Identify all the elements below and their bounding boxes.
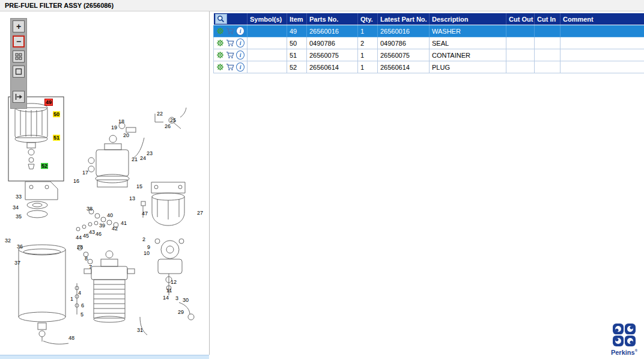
cell-latest-part-no: 26560614: [378, 61, 430, 73]
diagram-callout-2: 2: [142, 236, 146, 242]
info-icon[interactable]: i: [236, 38, 245, 48]
cell-cut-in: [535, 25, 560, 37]
panel-divider: [209, 11, 210, 355]
diagram-callout-7: 7: [88, 264, 93, 270]
parts-table: Symbol(s)ItemParts No.Qty.Latest Part No…: [213, 13, 644, 73]
cell-cut-out: [506, 25, 535, 37]
column-header-qty[interactable]: Qty.: [358, 13, 378, 25]
column-header-parts-no[interactable]: Parts No.: [307, 13, 358, 25]
gear-icon[interactable]: [216, 27, 224, 35]
diagram-callout-39: 39: [99, 222, 106, 229]
column-header-cut-out[interactable]: Cut Out: [506, 13, 535, 25]
cell-item: 49: [287, 25, 307, 37]
cell-qty: 1: [358, 49, 378, 61]
diagram-callout-4: 4: [77, 290, 82, 296]
cell-cut-out: [506, 49, 535, 61]
diagram-callout-26: 26: [164, 123, 171, 129]
diagram-callout-41: 41: [120, 220, 127, 226]
zoom-out-button[interactable]: −: [13, 35, 25, 48]
zoom-in-button[interactable]: +: [13, 20, 25, 32]
perkins-logo-text: Perkins®: [609, 349, 639, 356]
diagram-callout-33: 33: [15, 194, 22, 200]
table-row[interactable]: i5226560614126560614PLUG: [214, 61, 644, 73]
diagram-callout-14: 14: [162, 295, 169, 301]
cart-icon[interactable]: [226, 63, 234, 72]
gear-icon[interactable]: [216, 39, 224, 48]
diagram-callout-48: 48: [68, 335, 75, 341]
cell-cut-in: [535, 61, 560, 73]
diagram-callout-30: 30: [182, 297, 189, 303]
diagram-callout-27: 27: [196, 210, 204, 216]
info-icon[interactable]: i: [236, 51, 245, 60]
cell-row-actions: i: [214, 49, 248, 61]
table-header-row: Symbol(s)ItemParts No.Qty.Latest Part No…: [214, 13, 644, 25]
cell-qty: 1: [358, 25, 378, 37]
cart-icon[interactable]: [226, 51, 234, 60]
parts-diagram-drawing: [0, 11, 209, 355]
diagram-callout-12: 12: [170, 279, 177, 285]
cell-description: SEAL: [430, 37, 506, 49]
perkins-logo-icon: [613, 324, 636, 346]
cell-description: WASHER: [430, 25, 506, 37]
cart-icon[interactable]: [226, 39, 234, 48]
magnifier-icon[interactable]: [215, 14, 227, 24]
cell-item: 50: [287, 37, 307, 49]
diagram-callout-44: 44: [75, 235, 82, 241]
column-header-icon[interactable]: [214, 13, 248, 25]
column-header-latest-part-no[interactable]: Latest Part No.: [378, 13, 430, 25]
cell-parts-no: 26560016: [307, 25, 358, 37]
diagram-callout-19: 19: [111, 124, 118, 130]
column-header-description[interactable]: Description: [430, 13, 506, 25]
tile-view-button[interactable]: [13, 51, 25, 63]
registered-mark: ®: [635, 349, 637, 352]
cell-latest-part-no: 26560016: [378, 25, 430, 37]
cell-cut-in: [535, 37, 560, 49]
cell-symbols: [248, 25, 287, 37]
cell-symbols: [248, 49, 287, 61]
diagram-callout-3: 3: [175, 295, 179, 301]
info-icon[interactable]: i: [236, 63, 245, 72]
cell-row-actions: i: [214, 25, 248, 37]
diagram-callout-29: 29: [177, 309, 184, 315]
cell-cut-out: [506, 37, 535, 49]
diagram-callout-49: 49: [44, 99, 53, 106]
diagram-callout-24: 24: [139, 155, 147, 161]
table-row[interactable]: i50049078620490786SEAL: [214, 37, 644, 49]
table-row[interactable]: i4926560016126560016WASHER: [214, 25, 644, 37]
fit-to-width-button[interactable]: [13, 91, 25, 103]
cell-comment: [560, 37, 644, 49]
column-header-cut-in[interactable]: Cut In: [535, 13, 560, 25]
perkins-logo: Perkins®: [609, 324, 639, 356]
page-title: PRE-FUEL FILTER ASSY (2656086): [5, 2, 114, 9]
diagram-callout-10: 10: [143, 250, 150, 256]
diagram-callout-5: 5: [80, 311, 84, 318]
diagram-callout-36: 36: [16, 244, 23, 250]
diagram-callout-22: 22: [156, 111, 163, 117]
cell-description: CONTAINER: [430, 49, 506, 61]
parts-table-body: i4926560016126560016WASHERi5004907862049…: [214, 25, 644, 73]
cell-comment: [560, 61, 644, 73]
cart-icon[interactable]: [226, 27, 234, 35]
diagram-callout-20: 20: [123, 132, 130, 138]
info-icon[interactable]: i: [236, 26, 245, 35]
column-header-comment[interactable]: Comment: [560, 13, 644, 25]
gear-icon[interactable]: [216, 51, 224, 60]
column-header-item[interactable]: Item: [287, 13, 307, 25]
diagram-callout-35: 35: [15, 213, 22, 219]
diagram-callout-25: 25: [169, 117, 177, 123]
gear-icon[interactable]: [216, 63, 224, 72]
marquee-zoom-button[interactable]: [13, 66, 25, 78]
diagram-callout-18: 18: [118, 118, 125, 124]
diagram-callout-32: 32: [4, 238, 11, 244]
diagram-callout-16: 16: [73, 178, 80, 184]
table-row[interactable]: i5126560075126560075CONTAINER: [214, 49, 644, 61]
cell-parts-no: 0490786: [307, 37, 358, 49]
column-header-symbol-s[interactable]: Symbol(s): [248, 13, 287, 25]
horizontal-scrollbar[interactable]: [0, 355, 209, 359]
diagram-panel[interactable]: 4950515218192022252623242117161513273334…: [0, 11, 209, 355]
diagram-callout-17: 17: [82, 170, 89, 176]
diagram-callout-51: 51: [53, 135, 60, 141]
cell-item: 52: [287, 61, 307, 73]
cell-row-actions: i: [214, 61, 248, 73]
diagram-callout-13: 13: [129, 195, 136, 201]
